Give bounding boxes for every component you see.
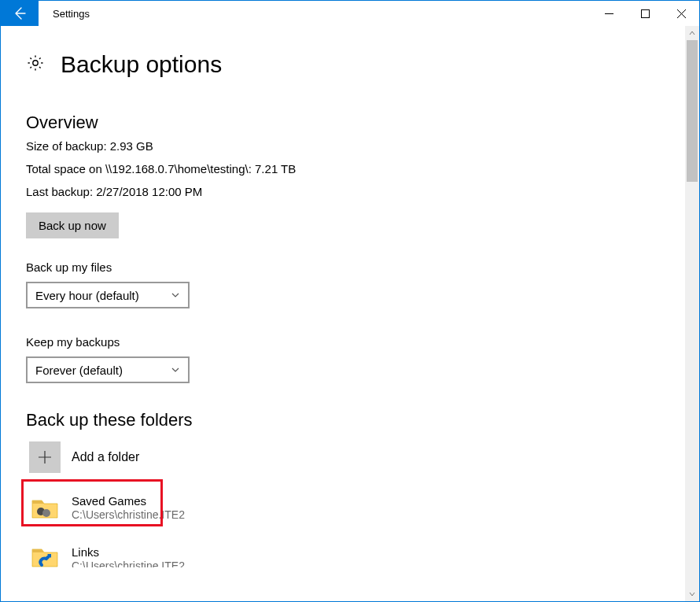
folders-section: Back up these folders Add a folder bbox=[26, 410, 685, 575]
chevron-up-icon bbox=[688, 29, 696, 37]
retention-label: Keep my backups bbox=[26, 335, 685, 349]
frequency-label: Back up my files bbox=[26, 260, 685, 274]
scroll-track[interactable] bbox=[685, 40, 699, 587]
back-button[interactable] bbox=[1, 1, 39, 26]
scroll-down-button[interactable] bbox=[685, 587, 699, 601]
window-title: Settings bbox=[39, 1, 591, 26]
backup-size-line: Size of backup: 2.93 GB bbox=[26, 139, 685, 153]
scroll-thumb[interactable] bbox=[687, 40, 698, 182]
add-folder-label: Add a folder bbox=[72, 450, 139, 464]
svg-point-3 bbox=[42, 509, 50, 517]
chevron-down-icon bbox=[171, 364, 180, 377]
folder-item-links[interactable]: Links C:\Users\christine.ITE2 bbox=[26, 537, 685, 575]
folder-icon bbox=[29, 541, 61, 572]
plus-icon bbox=[29, 441, 61, 473]
folder-item-saved-games[interactable]: Saved Games C:\Users\christine.ITE2 bbox=[26, 489, 685, 526]
svg-point-1 bbox=[33, 61, 38, 65]
svg-rect-0 bbox=[641, 9, 649, 17]
arrow-left-icon bbox=[12, 6, 28, 21]
folder-text: Saved Games C:\Users\christine.ITE2 bbox=[72, 494, 185, 522]
close-icon bbox=[677, 9, 686, 18]
retention-value: Forever (default) bbox=[35, 364, 123, 377]
title-bar: Settings bbox=[1, 1, 699, 26]
scroll-up-button[interactable] bbox=[685, 26, 699, 40]
folder-path: C:\Users\christine.ITE2 bbox=[72, 560, 185, 567]
vertical-scrollbar[interactable] bbox=[685, 26, 699, 601]
backup-now-button[interactable]: Back up now bbox=[26, 212, 119, 238]
minimize-button[interactable] bbox=[591, 1, 627, 26]
folder-name: Saved Games bbox=[72, 494, 185, 508]
total-space-line: Total space on \\192.168.0.7\home\testin… bbox=[26, 162, 685, 175]
folder-icon bbox=[29, 492, 61, 523]
content-pane: Backup options Overview Size of backup: … bbox=[1, 26, 685, 601]
folders-heading: Back up these folders bbox=[26, 410, 685, 430]
add-folder-button[interactable]: Add a folder bbox=[26, 437, 164, 478]
frequency-dropdown[interactable]: Every hour (default) bbox=[26, 282, 190, 308]
maximize-icon bbox=[641, 9, 650, 18]
body-area: Backup options Overview Size of backup: … bbox=[1, 26, 699, 601]
close-button[interactable] bbox=[663, 1, 699, 26]
last-backup-line: Last backup: 2/27/2018 12:00 PM bbox=[26, 185, 685, 198]
page-heading-row: Backup options bbox=[26, 51, 685, 78]
folder-text: Links C:\Users\christine.ITE2 bbox=[72, 545, 185, 567]
gear-icon bbox=[26, 54, 45, 76]
overview-heading: Overview bbox=[26, 113, 685, 133]
maximize-button[interactable] bbox=[627, 1, 663, 26]
settings-window: Settings bbox=[0, 0, 700, 602]
minimize-icon bbox=[605, 9, 613, 18]
window-controls bbox=[591, 1, 699, 26]
folder-name: Links bbox=[72, 545, 185, 560]
retention-dropdown[interactable]: Forever (default) bbox=[26, 356, 190, 383]
folder-path: C:\Users\christine.ITE2 bbox=[72, 508, 185, 522]
chevron-down-icon bbox=[688, 590, 696, 598]
chevron-down-icon bbox=[171, 289, 180, 302]
frequency-value: Every hour (default) bbox=[35, 289, 139, 302]
page-title: Backup options bbox=[61, 51, 222, 78]
